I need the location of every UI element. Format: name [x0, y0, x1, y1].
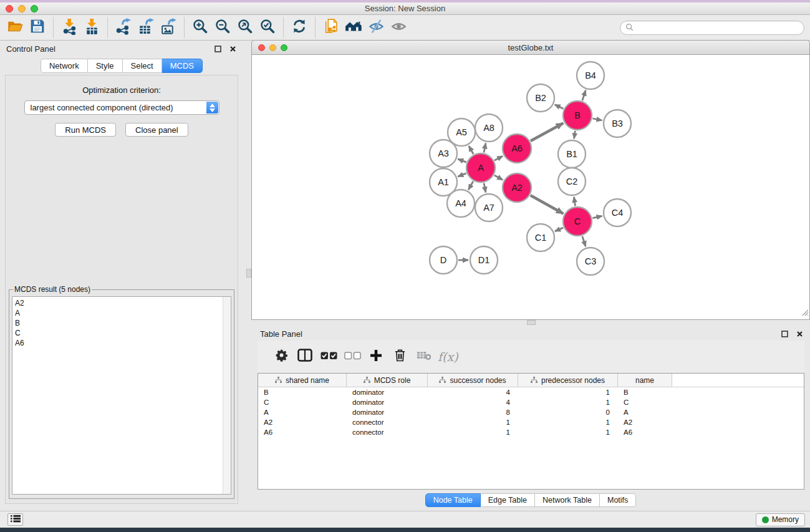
hide-graphics-details-button[interactable]: [365, 16, 387, 39]
column-header-successor-nodes[interactable]: successor nodes: [428, 374, 518, 387]
float-panel-button[interactable]: [213, 44, 222, 53]
tab-network[interactable]: Network: [41, 59, 88, 73]
edge-B-B1[interactable]: [574, 131, 576, 139]
select-all-button[interactable]: [317, 345, 340, 369]
edge-B-B4[interactable]: [582, 90, 586, 100]
tab-style[interactable]: Style: [88, 59, 123, 73]
close-panel-button[interactable]: [228, 44, 237, 53]
edge-C-C3[interactable]: [582, 236, 586, 246]
tab-edge-table[interactable]: Edge Table: [481, 493, 535, 507]
function-builder-button[interactable]: f(x): [435, 345, 458, 369]
new-network-from-file-button[interactable]: [320, 16, 342, 39]
horizontal-splitter-handle[interactable]: [527, 320, 536, 325]
graph-node-A4[interactable]: A4: [447, 190, 475, 217]
zoom-out-button[interactable]: [211, 16, 234, 39]
edge-B-B2[interactable]: [555, 105, 564, 109]
edge-A-A7[interactable]: [484, 183, 486, 193]
cell-name[interactable]: A: [618, 409, 672, 416]
graph-node-C3[interactable]: C3: [577, 248, 604, 275]
graph-node-C4[interactable]: C4: [604, 199, 631, 226]
graph-node-C1[interactable]: C1: [527, 224, 554, 251]
graph-node-A7[interactable]: A7: [475, 194, 503, 221]
close-window-button[interactable]: [6, 5, 13, 12]
delete-row-button[interactable]: [388, 345, 412, 369]
cell-shared-name[interactable]: B: [258, 389, 347, 396]
table-row[interactable]: Bdominator41B: [258, 387, 804, 397]
zoom-selected-button[interactable]: [256, 16, 279, 39]
edge-A-A4[interactable]: [468, 181, 473, 190]
result-item-c[interactable]: C: [15, 328, 221, 338]
cell-predecessor-nodes[interactable]: 1: [518, 399, 618, 406]
zoom-in-button[interactable]: [189, 16, 211, 39]
import-table-button[interactable]: [80, 16, 103, 39]
cell-mcds-role[interactable]: connector: [347, 418, 428, 426]
network-close-button[interactable]: [258, 44, 265, 51]
memory-button[interactable]: Memory: [756, 513, 805, 526]
export-table-button[interactable]: [135, 16, 157, 39]
cell-shared-name[interactable]: C: [258, 399, 347, 406]
cell-mcds-role[interactable]: connector: [347, 428, 428, 436]
app-titlebar[interactable]: Session: New Session: [0, 2, 810, 15]
cell-predecessor-nodes[interactable]: 0: [518, 409, 618, 416]
result-item-b[interactable]: B: [15, 318, 221, 328]
table-row[interactable]: Cdominator41C: [258, 397, 804, 407]
export-image-button[interactable]: [157, 16, 180, 39]
run-mcds-button[interactable]: Run MCDS: [55, 123, 116, 137]
search-field[interactable]: [620, 21, 804, 35]
graph-node-B4[interactable]: B4: [577, 62, 604, 89]
table-settings-button[interactable]: [269, 345, 293, 369]
zoom-window-button[interactable]: [31, 5, 38, 12]
cell-mcds-role[interactable]: dominator: [347, 409, 428, 416]
tab-network-table[interactable]: Network Table: [535, 493, 600, 507]
cell-shared-name[interactable]: A6: [258, 428, 347, 436]
result-item-a6[interactable]: A6: [15, 338, 221, 348]
cell-name[interactable]: A2: [618, 418, 672, 426]
cell-name[interactable]: C: [618, 399, 672, 406]
column-header-name[interactable]: name: [618, 374, 672, 387]
edge-A-A3[interactable]: [458, 159, 466, 162]
edge-C-C4[interactable]: [592, 216, 602, 218]
home-button[interactable]: [342, 16, 365, 39]
show-graphics-details-button[interactable]: [387, 16, 410, 39]
edge-A-A5[interactable]: [469, 146, 473, 154]
task-history-button[interactable]: [7, 513, 23, 526]
export-network-button[interactable]: [112, 16, 135, 39]
tab-motifs[interactable]: Motifs: [600, 493, 636, 507]
cell-predecessor-nodes[interactable]: 1: [518, 428, 618, 436]
add-row-button[interactable]: [364, 345, 388, 369]
cell-mcds-role[interactable]: dominator: [347, 399, 428, 406]
edge-A6-B[interactable]: [531, 123, 563, 142]
result-item-a2[interactable]: A2: [15, 298, 221, 308]
graph-node-A2[interactable]: A2: [503, 173, 531, 202]
cell-mcds-role[interactable]: dominator: [347, 389, 428, 396]
table-row[interactable]: Adominator80A: [258, 407, 804, 417]
edge-A-A8[interactable]: [484, 143, 486, 153]
refresh-button[interactable]: [288, 16, 311, 39]
cell-name[interactable]: B: [618, 389, 672, 396]
graph-node-C[interactable]: C: [563, 207, 592, 236]
graph-node-B2[interactable]: B2: [527, 84, 554, 112]
tab-select[interactable]: Select: [123, 59, 162, 73]
delete-table-button[interactable]: [412, 345, 435, 369]
graph-node-A[interactable]: A: [466, 153, 495, 182]
save-session-button[interactable]: [26, 16, 49, 39]
deselect-all-button[interactable]: [340, 345, 364, 369]
graph-node-A6[interactable]: A6: [503, 134, 531, 163]
show-column-button[interactable]: [293, 345, 317, 369]
graph-node-D[interactable]: D: [430, 246, 457, 274]
float-table-panel-button[interactable]: [780, 329, 789, 338]
optimization-criterion-select[interactable]: largest connected component (directed): [24, 100, 219, 115]
cell-successor-nodes[interactable]: 8: [428, 409, 518, 416]
column-header-shared-name[interactable]: shared name: [258, 374, 347, 387]
cell-successor-nodes[interactable]: 4: [428, 389, 518, 396]
graph-node-B[interactable]: B: [563, 101, 592, 130]
edge-A-A6[interactable]: [494, 156, 503, 160]
cell-shared-name[interactable]: A: [258, 409, 347, 416]
cell-shared-name[interactable]: A2: [258, 418, 347, 426]
cell-successor-nodes[interactable]: 1: [428, 418, 518, 426]
cell-predecessor-nodes[interactable]: 1: [518, 418, 618, 426]
resize-grip[interactable]: [800, 307, 809, 319]
edge-C-C1[interactable]: [555, 228, 563, 231]
column-header-mcds-role[interactable]: MCDS role: [347, 374, 428, 387]
network-zoom-button[interactable]: [281, 44, 287, 51]
